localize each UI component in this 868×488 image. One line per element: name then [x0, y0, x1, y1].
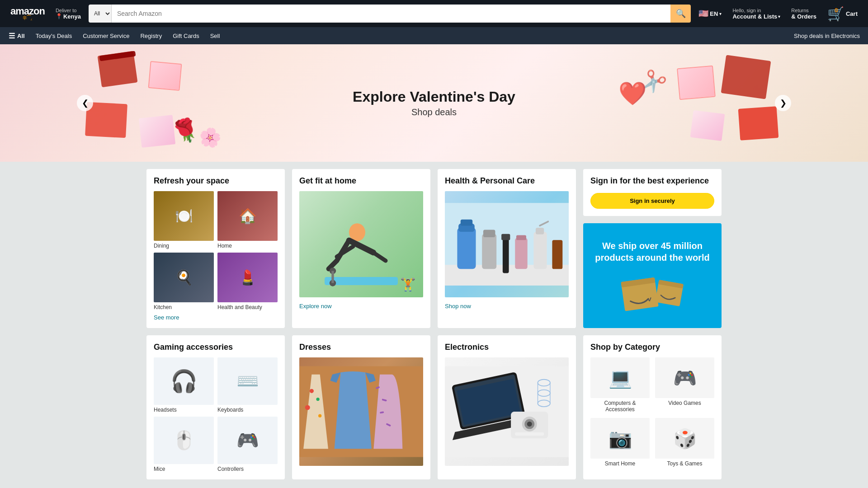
language-selector[interactable]: 🇺🇸 EN ▾	[695, 6, 725, 21]
svg-point-25	[316, 398, 319, 401]
shipping-promo-text: We ship over 45 million products around …	[592, 240, 712, 263]
location-icon: 📍	[56, 13, 62, 19]
svg-rect-40	[515, 432, 544, 436]
headsets-item[interactable]: 🎧 Headsets	[154, 357, 214, 413]
nav-item-registry[interactable]: Registry	[135, 29, 167, 42]
right-column: Sign in for the best experience Sign in …	[583, 169, 722, 328]
flag-icon: 🇺🇸	[698, 9, 708, 19]
cart-label: Cart	[846, 10, 858, 17]
language-label: EN	[710, 10, 718, 17]
gaming-title: Gaming accessories	[154, 343, 278, 352]
computers-accessories-image: 💻	[590, 357, 650, 398]
dresses-title: Dresses	[299, 343, 423, 352]
nav-item-deals[interactable]: Today's Deals	[31, 29, 77, 42]
navbar: ☰ All Today's Deals Customer Service Reg…	[0, 27, 868, 44]
shop-now-link[interactable]: Shop now	[445, 303, 569, 310]
kitchen-image: 🍳	[154, 253, 214, 302]
logo[interactable]: amazon ⾟⁀⁁	[7, 4, 48, 23]
svg-rect-12	[503, 236, 509, 273]
cart-count: 0	[835, 7, 838, 14]
fit-home-title: Get fit at home	[299, 176, 423, 186]
home-image: 🏠	[217, 191, 278, 241]
electronics-card: Electronics	[438, 335, 576, 479]
gaming-mice-item[interactable]: 🖱️ Mice	[154, 417, 214, 472]
home-label: Home	[217, 243, 278, 249]
smart-home-label: Smart Home	[605, 460, 635, 467]
electronics-title: Electronics	[445, 343, 569, 352]
search-button[interactable]: 🔍	[670, 5, 691, 23]
account-line1: Hello, sign in	[732, 8, 780, 13]
health-beauty-label: Health and Beauty	[217, 304, 278, 310]
account-menu[interactable]: Hello, sign in Account & Lists ▾	[729, 5, 783, 22]
controllers-item[interactable]: 🎮 Controllers	[217, 417, 278, 472]
svg-rect-7	[457, 228, 476, 269]
shipping-boxes	[616, 271, 689, 311]
banner-next-button[interactable]: ❯	[775, 95, 791, 111]
banner-prev-button[interactable]: ❮	[77, 95, 93, 111]
computers-accessories-item[interactable]: 💻 Computers & Accessories	[590, 357, 650, 413]
header: amazon ⾟⁀⁁ Deliver to 📍 Kenya All 🔍 🇺🇸 E…	[0, 0, 868, 27]
computers-accessories-label: Computers & Accessories	[590, 400, 650, 413]
kitchen-item[interactable]: 🍳 Kitchen	[154, 253, 214, 310]
banner: 🌹 🌸 ✂️ ❤️ ❮ Explore Valentine's Day Shop…	[0, 44, 868, 162]
video-games-item[interactable]: 🎮 Video Games	[655, 357, 714, 413]
dining-label: Dining	[154, 243, 214, 249]
svg-rect-14	[515, 238, 527, 269]
toys-games-label: Toys & Games	[667, 460, 702, 467]
svg-rect-17	[536, 228, 544, 235]
nav-item-gift-cards[interactable]: Gift Cards	[168, 29, 204, 42]
dining-item[interactable]: 🍽️ Dining	[154, 191, 214, 249]
headsets-label: Headsets	[154, 407, 214, 413]
search-input[interactable]	[112, 5, 670, 23]
deliver-to[interactable]: Deliver to 📍 Kenya	[52, 5, 84, 22]
smart-home-item[interactable]: 📷 Smart Home	[590, 418, 650, 467]
health-care-card: Health & Personal Care	[438, 169, 576, 328]
account-line2: Account & Lists ▾	[732, 13, 780, 20]
returns-line1: Returns	[791, 8, 816, 13]
fitness-image: 🏋️	[299, 191, 423, 297]
all-menu-button[interactable]: ☰ All	[4, 28, 30, 43]
returns-menu[interactable]: Returns & Orders	[788, 5, 820, 22]
search-category-select[interactable]: All	[89, 5, 112, 23]
shop-category-title: Shop by Category	[590, 343, 714, 352]
shop-deals-electronics[interactable]: Shop deals in Electronics	[789, 30, 864, 42]
svg-point-24	[310, 389, 314, 393]
toys-games-item[interactable]: 🎲 Toys & Games	[655, 418, 714, 467]
keyboards-item[interactable]: ⌨️ Keyboards	[217, 357, 278, 413]
refresh-space-title: Refresh your space	[154, 176, 278, 186]
dresses-card: Dresses	[292, 335, 430, 479]
main-content: Refresh your space 🍽️ Dining 🏠 Home	[141, 162, 727, 487]
health-beauty-item[interactable]: 💄 Health and Beauty	[217, 253, 278, 310]
cart-button[interactable]: 🛒 0 Cart	[824, 4, 861, 24]
returns-line2: & Orders	[791, 13, 816, 20]
keyboards-image: ⌨️	[217, 357, 278, 405]
svg-rect-10	[482, 234, 496, 269]
svg-rect-16	[533, 232, 547, 269]
svg-rect-9	[461, 220, 472, 226]
explore-now-link[interactable]: Explore now	[299, 303, 423, 310]
gaming-mice-label: Mice	[154, 466, 214, 472]
svg-rect-13	[501, 234, 510, 240]
kitchen-label: Kitchen	[154, 304, 214, 310]
bottom-cards-row: Gaming accessories 🎧 Headsets ⌨️ Keyboar…	[146, 328, 722, 487]
hamburger-icon: ☰	[9, 32, 15, 40]
sign-in-button[interactable]: Sign in securely	[590, 193, 714, 209]
shipping-promo-card[interactable]: We ship over 45 million products around …	[583, 223, 722, 328]
video-games-label: Video Games	[668, 400, 701, 406]
fit-home-card: Get fit at home	[292, 169, 430, 328]
search-bar: All 🔍	[89, 5, 691, 23]
shop-category-card: Shop by Category 💻 Computers & Accessori…	[583, 335, 722, 479]
deliver-line2: 📍 Kenya	[56, 13, 81, 20]
home-item[interactable]: 🏠 Home	[217, 191, 278, 249]
gaming-mice-image: 🖱️	[154, 417, 214, 464]
nav-item-sell[interactable]: Sell	[205, 29, 225, 42]
account-chevron-icon: ▾	[778, 14, 780, 19]
health-beauty-image: 💄	[217, 253, 278, 302]
banner-content: Explore Valentine's Day Shop deals	[353, 89, 515, 117]
see-more-link[interactable]: See more	[154, 314, 278, 321]
nav-item-customer-service[interactable]: Customer Service	[78, 29, 134, 42]
gaming-card: Gaming accessories 🎧 Headsets ⌨️ Keyboar…	[146, 335, 285, 479]
search-icon: 🔍	[676, 9, 686, 19]
refresh-space-card: Refresh your space 🍽️ Dining 🏠 Home	[146, 169, 285, 328]
dresses-image	[299, 357, 423, 466]
